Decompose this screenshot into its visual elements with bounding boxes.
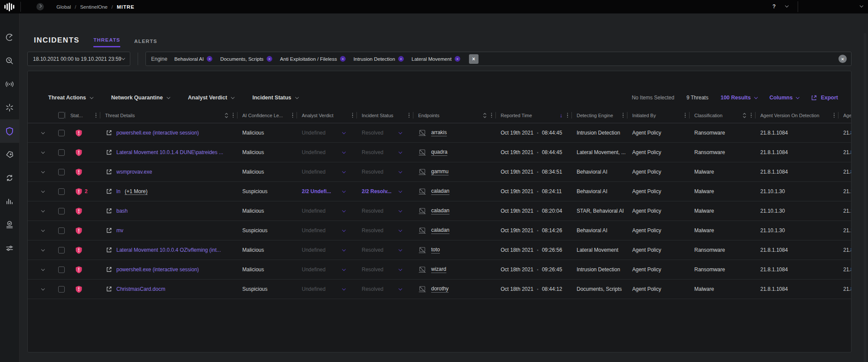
column-header-analyst-verdict[interactable]: Analyst Verdict: [297, 108, 356, 123]
breadcrumb-item-mitre[interactable]: MITRE: [117, 4, 135, 10]
column-menu-icon[interactable]: [352, 113, 353, 118]
open-external-icon[interactable]: [106, 286, 112, 292]
threat-name-link[interactable]: wsmprovav.exe: [116, 169, 152, 175]
column-menu-icon[interactable]: [567, 113, 568, 118]
endpoint-link[interactable]: caladan: [431, 207, 449, 214]
analyst-verdict-select[interactable]: Undefined: [297, 123, 356, 142]
column-header-reported-time[interactable]: Reported Time ↓: [495, 108, 571, 123]
incident-status-select[interactable]: Resolved: [356, 280, 413, 299]
help-button[interactable]: ?: [772, 3, 776, 10]
breadcrumb-item-sentinelone[interactable]: SentinelOne: [80, 4, 107, 10]
remove-chip-icon[interactable]: ×: [398, 56, 404, 62]
incident-status-select[interactable]: Resolved: [356, 240, 413, 260]
bulk-action-button[interactable]: Incident Status: [252, 95, 298, 101]
incident-status-select[interactable]: 2/2 Resolv...: [356, 182, 413, 201]
open-external-icon[interactable]: [106, 169, 112, 175]
row-checkbox[interactable]: [49, 182, 65, 201]
threat-name-link[interactable]: mv: [116, 227, 123, 234]
sidebar-item-assets[interactable]: [0, 213, 19, 237]
row-checkbox[interactable]: [49, 143, 65, 162]
analyst-verdict-select[interactable]: Undefined: [297, 260, 356, 279]
tab-alerts[interactable]: ALERTS: [134, 39, 157, 47]
column-menu-icon[interactable]: [233, 113, 234, 118]
analyst-verdict-select[interactable]: Undefined: [297, 221, 356, 240]
sidebar-item-deep-visibility[interactable]: [0, 49, 19, 72]
endpoint-link[interactable]: caladan: [431, 227, 449, 234]
open-external-icon[interactable]: [106, 188, 112, 194]
row-expander[interactable]: [28, 280, 49, 299]
remove-chip-icon[interactable]: ×: [340, 56, 346, 62]
select-all-checkbox[interactable]: [49, 108, 65, 123]
column-menu-icon[interactable]: [685, 113, 686, 118]
incident-status-select[interactable]: Resolved: [356, 143, 413, 162]
row-expander[interactable]: [28, 182, 49, 201]
sidebar-item-reports[interactable]: [0, 190, 19, 213]
column-header-threat-details[interactable]: Threat Details: [100, 108, 237, 123]
bulk-action-button[interactable]: Network Quarantine: [111, 95, 170, 101]
column-menu-icon[interactable]: [96, 113, 97, 118]
column-header-endpoints[interactable]: Endpoints: [413, 108, 495, 123]
row-expander[interactable]: [28, 162, 49, 181]
column-header-ai-confidence[interactable]: AI Confidence Le...: [237, 108, 297, 123]
tab-threats[interactable]: THREATS: [93, 37, 120, 47]
breadcrumb-expand-button[interactable]: [36, 3, 44, 10]
threat-name-link[interactable]: Lateral Movement 10.0.0.4 OZ\vfleming (i…: [116, 247, 221, 253]
endpoint-link[interactable]: gammu: [431, 168, 449, 175]
analyst-verdict-select[interactable]: 2/2 Undefi...: [297, 182, 356, 201]
open-external-icon[interactable]: [106, 227, 112, 234]
sidebar-item-policy[interactable]: [0, 143, 19, 166]
row-checkbox[interactable]: [49, 162, 65, 181]
incident-status-select[interactable]: Resolved: [356, 162, 413, 181]
sidebar-item-dashboard[interactable]: [0, 26, 19, 49]
analyst-verdict-select[interactable]: Undefined: [297, 240, 356, 260]
breadcrumb-item-global[interactable]: Global: [56, 4, 71, 10]
row-expander[interactable]: [28, 221, 49, 240]
sort-icon[interactable]: [483, 113, 487, 118]
threat-name-link[interactable]: ChristmasCard.docm: [116, 286, 165, 292]
endpoint-link[interactable]: quadra: [431, 149, 447, 156]
sidebar-item-marketplace[interactable]: [0, 96, 19, 119]
sidebar-item-network[interactable]: [0, 72, 19, 96]
column-menu-icon[interactable]: [834, 113, 835, 118]
threat-more-link[interactable]: (+1 More): [125, 188, 147, 195]
row-checkbox[interactable]: [49, 280, 65, 299]
analyst-verdict-select[interactable]: Undefined: [297, 162, 356, 181]
bulk-action-button[interactable]: Analyst Verdict: [188, 95, 234, 101]
column-header-detecting-engine[interactable]: Detecting Engine: [571, 108, 627, 123]
column-menu-icon[interactable]: [409, 113, 410, 118]
endpoint-link[interactable]: dorothy: [431, 286, 449, 293]
clear-engine-filter-button[interactable]: ×: [469, 54, 479, 64]
column-header-agent-version[interactable]: Agent Version On Detection: [755, 108, 838, 123]
row-checkbox[interactable]: [49, 240, 65, 260]
endpoint-link[interactable]: arrakis: [431, 129, 447, 136]
remove-chip-icon[interactable]: ×: [455, 56, 460, 62]
sidebar-item-settings[interactable]: [0, 237, 19, 260]
sort-icon[interactable]: [743, 113, 746, 118]
row-checkbox[interactable]: [49, 221, 65, 240]
incident-status-select[interactable]: Resolved: [356, 260, 413, 279]
clear-all-filters-icon[interactable]: ×: [838, 55, 847, 63]
bulk-action-button[interactable]: Threat Actions: [48, 95, 93, 101]
sort-icon[interactable]: [224, 113, 228, 118]
column-header-initiated-by[interactable]: Initiated By: [627, 108, 689, 123]
threat-name-link[interactable]: powershell.exe (interactive session): [116, 130, 199, 136]
row-checkbox[interactable]: [49, 123, 65, 142]
open-external-icon[interactable]: [106, 267, 112, 273]
incident-status-select[interactable]: Resolved: [356, 221, 413, 240]
help-chevron-down-icon[interactable]: [785, 4, 789, 7]
row-expander[interactable]: [28, 260, 49, 279]
export-button[interactable]: Export: [811, 95, 838, 101]
analyst-verdict-select[interactable]: Undefined: [297, 201, 356, 220]
column-menu-icon[interactable]: [491, 113, 492, 118]
results-per-page-button[interactable]: 100 Results: [720, 95, 757, 101]
column-menu-icon[interactable]: [623, 113, 624, 118]
endpoint-link[interactable]: caladan: [431, 188, 449, 195]
row-expander[interactable]: [28, 240, 49, 260]
sort-descending-icon[interactable]: ↓: [560, 112, 563, 118]
endpoint-link[interactable]: wizard: [431, 266, 446, 273]
column-menu-icon[interactable]: [292, 113, 294, 118]
column-header-status[interactable]: Stat...: [65, 108, 100, 123]
remove-chip-icon[interactable]: ×: [207, 56, 212, 62]
date-range-picker[interactable]: 18.10.2021 00:00 to 19.10.2021 23:59: [27, 52, 130, 66]
threat-name-link[interactable]: bash: [116, 208, 128, 214]
